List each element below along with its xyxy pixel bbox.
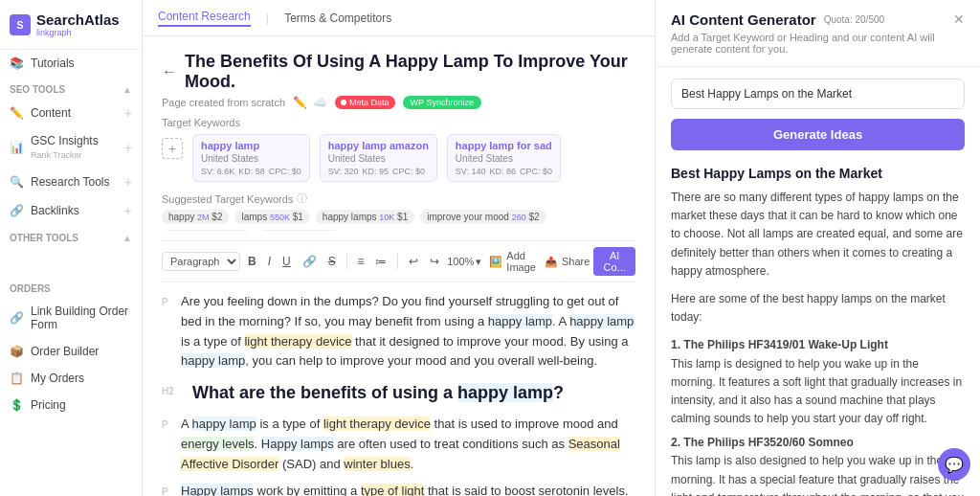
paragraph-select[interactable]: Paragraph Heading 1 Heading 2 [162, 252, 240, 271]
ai-product-title-1: 2. The Philips HF3520/60 Somneo [671, 436, 854, 449]
zoom-chevron[interactable]: ▾ [476, 256, 481, 268]
ai-product-desc-0: This lamp is designed to help you wake u… [671, 357, 962, 426]
ai-keyword-input[interactable] [671, 79, 965, 109]
suggested-tags: happy 2M $2 lamps 550K $1 happy lamps 10… [162, 210, 635, 231]
toolbar-sep-1 [346, 254, 347, 269]
sidebar-item-link-building[interactable]: 🔗 Link Building Order Form [0, 298, 142, 338]
order-builder-icon: 📦 [10, 345, 23, 358]
research-label: Research Tools [31, 175, 110, 189]
bold-button[interactable]: B [244, 253, 260, 270]
bullet-list-button[interactable]: ≡ [353, 253, 368, 270]
gsc-label: GSC Insights Rank Tracker [31, 134, 117, 161]
generate-ideas-button[interactable]: Generate Ideas [671, 119, 965, 150]
tutorials-label: Tutorials [31, 56, 75, 70]
backlinks-plus-icon[interactable]: + [124, 203, 132, 218]
ai-here-text: Here are some of the best happy lamps on… [671, 290, 965, 327]
strikethrough-button[interactable]: S [324, 253, 340, 270]
link-building-icon: 🔗 [10, 311, 23, 325]
tag-happy-light-am[interactable]: happy light am... [258, 230, 342, 231]
ai-panel-desc: Add a Target Keyword or Heading and our … [671, 32, 953, 55]
para-text-1[interactable]: A happy lamp is a type of light therapy … [181, 415, 635, 474]
chat-bubble-button[interactable]: 💬 [938, 448, 970, 481]
kw-cpc-1: CPC: $0 [392, 167, 425, 176]
target-keywords-label: Target Keywords [162, 117, 635, 128]
meta-icons: ✏️ ☁️ [293, 96, 327, 109]
research-icon: 🔍 [10, 175, 23, 189]
editor-area: ← The Benefits Of Using A Happy Lamp To … [143, 36, 655, 496]
other-tools-chevron[interactable]: ▲ [122, 233, 132, 243]
add-image-button[interactable]: 🖼️ Add Image [489, 250, 541, 273]
ai-product-0: 1. The Philips HF3419/01 Wake-Up Light T… [671, 336, 965, 428]
numbered-list-button[interactable]: ≔ [371, 253, 390, 270]
italic-button[interactable]: I [264, 253, 275, 270]
nav-content-research[interactable]: Content Research [158, 10, 251, 27]
h2-text[interactable]: What are the benefits of using a happy l… [192, 379, 635, 407]
tag-happy[interactable]: happy 2M $2 [162, 210, 229, 224]
sidebar-item-tutorials[interactable]: 📚 Tutorials [0, 50, 142, 77]
top-nav: Content Research | Terms & Competitors [143, 0, 655, 36]
tag-lamps[interactable]: lamps 550K $1 [234, 210, 309, 224]
sidebar-item-my-orders[interactable]: 📋 My Orders [0, 365, 142, 392]
ai-quota: Quota: 20/500 [824, 14, 884, 25]
undo-button[interactable]: ↩ [405, 253, 422, 270]
nav-divider: | [266, 11, 269, 25]
kw-sv-0: SV: 6.6K [201, 167, 234, 176]
sidebar-item-order-builder[interactable]: 📦 Order Builder [0, 338, 142, 365]
kw-title-2: happy lamp for sad [456, 140, 552, 151]
wp-sync-badge[interactable]: WP Synchronize [403, 96, 481, 109]
ai-panel-close-button[interactable]: ✕ [953, 11, 965, 27]
highlight-light-therapy: light therapy device [244, 334, 351, 349]
gsc-plus-icon[interactable]: + [124, 140, 132, 155]
cloud-icon[interactable]: ☁️ [313, 96, 327, 109]
sidebar-item-backlinks[interactable]: 🔗 Backlinks + [0, 196, 142, 225]
chat-icon: 💬 [945, 456, 964, 474]
share-button[interactable]: 📤 Share [545, 256, 590, 268]
kw-kd-2: KD: 86 [490, 167, 517, 176]
ai-result-title: Best Happy Lamps on the Market [671, 166, 965, 181]
nav-terms-competitors[interactable]: Terms & Competitors [284, 11, 391, 25]
editor-toolbar: Paragraph Heading 1 Heading 2 B I U 🔗 S … [162, 240, 635, 282]
content-icon: ✏️ [10, 106, 23, 120]
kw-stats-2: SV: 140 KD: 86 CPC: $0 [456, 167, 552, 176]
content-plus-icon[interactable]: + [124, 105, 132, 121]
suggested-label: Suggested Target Keywords ⓘ [162, 192, 635, 206]
research-plus-icon[interactable]: + [124, 174, 132, 190]
tag-happy-lamps[interactable]: happy lamps 10K $1 [316, 210, 414, 224]
sidebar-item-research[interactable]: 🔍 Research Tools + [0, 168, 142, 196]
para-text-2[interactable]: Happy lamps work by emitting a type of l… [181, 482, 635, 496]
h2-highlight-happy-lamp: happy lamp [457, 383, 553, 402]
content-label: Content [31, 106, 71, 120]
ai-product-desc-1: This lamp is also designed to help you w… [671, 454, 964, 496]
kw-region-0: United States [201, 153, 301, 164]
tutorials-icon: 📚 [10, 56, 23, 70]
underline-button[interactable]: U [278, 253, 295, 270]
share-icon: 📤 [545, 256, 558, 268]
backlinks-icon: 🔗 [10, 204, 23, 217]
ai-content-button[interactable]: AI Co... [593, 247, 635, 276]
highlight-happy-lamp-2: happy lamp [569, 314, 634, 328]
kw-sv-2: SV: 140 [456, 167, 486, 176]
kw-kd-1: KD: 95 [362, 167, 389, 176]
para-marker-0: P [162, 295, 173, 310]
redo-button[interactable]: ↪ [426, 253, 443, 270]
meta-data-badge[interactable]: Meta Data [335, 96, 395, 109]
ai-panel: AI Content Generator Quota: 20/500 Add a… [655, 0, 980, 496]
backlinks-label: Backlinks [31, 204, 79, 217]
kw-sv-1: SV: 320 [328, 167, 359, 176]
hl-happy-lamps-p1: Happy lamps [261, 437, 334, 451]
kw-stats-0: SV: 6.6K KD: 58 CPC: $0 [201, 167, 301, 176]
sidebar-item-gsc[interactable]: 📊 GSC Insights Rank Tracker + [0, 127, 142, 168]
logo-subtitle: linkgraph [36, 28, 120, 37]
sidebar-item-content[interactable]: ✏️ Content + [0, 99, 142, 127]
add-keyword-button[interactable]: + [162, 138, 183, 159]
para-1: P A happy lamp is a type of light therap… [162, 415, 635, 474]
para-text-0[interactable]: Are you feeling down in the dumps? Do yo… [181, 292, 635, 372]
back-button[interactable]: ← [162, 63, 177, 80]
seo-tools-chevron[interactable]: ▲ [122, 84, 132, 95]
sidebar-item-pricing[interactable]: 💲 Pricing [0, 392, 142, 418]
link-button[interactable]: 🔗 [299, 253, 321, 270]
edit-meta-icon[interactable]: ✏️ [293, 96, 307, 109]
tag-improve-mood[interactable]: improve your mood 260 $2 [420, 210, 546, 224]
tag-happy-light[interactable]: happy light 15K $1 [162, 230, 253, 231]
gsc-icon: 📊 [10, 141, 23, 154]
